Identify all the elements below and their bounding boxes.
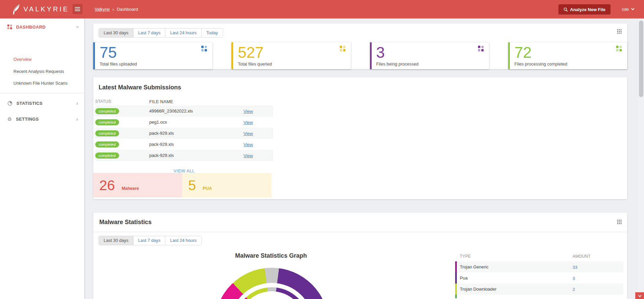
sidebar-toggle-button[interactable] <box>72 4 83 14</box>
status-badge: completed <box>95 153 119 159</box>
pua-label: PUA <box>203 186 212 191</box>
sidebar-item-recent-analysis-requests[interactable]: Recent Analysis Requests <box>0 67 84 76</box>
sidebar-section-label: SETTINGS <box>16 117 76 122</box>
table-row: Pua 3 <box>455 272 623 284</box>
sidebar-section-label: DASHBOARD <box>16 25 76 30</box>
malware-type: Pua <box>455 275 468 281</box>
stat-card-files-being-processed[interactable]: 3 Files being processed <box>370 42 489 69</box>
view-all-link[interactable]: VIEW ALL <box>95 168 273 173</box>
table-row: completed pack-929.xls View <box>95 139 273 150</box>
files-icon <box>478 46 484 51</box>
page-scrollbar[interactable] <box>638 18 644 299</box>
files-icon <box>340 46 345 51</box>
amount-link[interactable]: 3 <box>573 276 575 281</box>
widget-handle-icon[interactable] <box>617 219 622 224</box>
status-badge: completed <box>95 130 119 136</box>
user-menu[interactable]: cde <box>622 0 634 18</box>
user-menu-label: cde <box>622 7 629 12</box>
dashboard-grid-icon <box>7 25 12 29</box>
search-icon <box>564 7 568 12</box>
stat-label: Files processing completed <box>515 61 627 67</box>
breadcrumb-separator: › <box>112 7 114 12</box>
sidebar-item-unknown-file-hunter-scans[interactable]: Unknown File Hunter Scans <box>0 79 84 88</box>
malware-donut-chart <box>215 268 329 299</box>
graph-title: Malware Statistics Graph <box>204 252 338 259</box>
analyze-new-file-button[interactable]: Analyze New File <box>558 4 610 14</box>
type-color-bar <box>455 261 457 272</box>
breadcrumb-current: Dashboard <box>117 7 138 12</box>
table-row: completed pack-929.xls View <box>95 128 273 139</box>
sidebar-section-settings[interactable]: ⚙ SETTINGS › <box>0 113 84 125</box>
brand-name: VALKYRIE <box>23 5 69 13</box>
malware-type: Trojan Generic <box>455 264 489 269</box>
stat-label: Total files uploaded <box>100 61 212 67</box>
sidebar: DASHBOARD › Overview Recent Analysis Req… <box>0 18 84 299</box>
tab-last-30-days[interactable]: Last 30 days <box>99 29 133 37</box>
stat-value: 527 <box>238 44 351 60</box>
amount-link[interactable]: 2 <box>573 287 575 292</box>
breadcrumb-root[interactable]: Valkyrie <box>95 7 110 12</box>
submissions-table-header: STATUS FILE NAME <box>95 97 273 105</box>
stat-card-total-files-queried[interactable]: 527 Total files queried <box>231 42 351 69</box>
column-type: TYPE <box>455 254 573 259</box>
sidebar-section-statistics[interactable]: STATISTICS › <box>0 97 84 109</box>
stat-card-files-processing-completed[interactable]: 72 Files processing completed <box>508 42 627 69</box>
chevron-right-icon: › <box>76 116 78 122</box>
stat-label: Total files queried <box>238 61 351 67</box>
files-icon <box>616 46 622 51</box>
stat-value: 75 <box>100 44 212 60</box>
malware-stats-time-filter: Last 30 days Last 7 days Last 24 hours <box>99 236 202 245</box>
malware-count: 26 <box>99 178 115 193</box>
stat-label: Files being processed <box>376 61 489 67</box>
valkyrie-logo[interactable]: VALKYRIE <box>12 0 69 18</box>
column-amount: AMOUNT <box>573 254 623 259</box>
tab-today[interactable]: Today <box>201 29 223 37</box>
column-status: STATUS <box>95 99 149 104</box>
submissions-summary: 26 Malware 5 PUA <box>93 173 271 198</box>
sidebar-section-label: STATISTICS <box>16 101 76 106</box>
sidebar-section-dashboard[interactable]: DASHBOARD › <box>0 21 84 33</box>
file-name: pack-929.xls <box>149 153 244 158</box>
scrollbar-thumb[interactable] <box>639 20 643 97</box>
sidebar-item-overview[interactable]: Overview <box>0 55 84 64</box>
table-row: completed 49966R_23062022.xls View <box>95 105 273 117</box>
stat-value: 3 <box>376 44 489 60</box>
chevron-right-icon: › <box>76 100 78 106</box>
feather-logo-icon <box>12 4 20 15</box>
status-badge: completed <box>95 141 119 147</box>
tab-last-7-days[interactable]: Last 7 days <box>133 29 165 37</box>
type-color-bar <box>455 272 457 284</box>
pua-count-box: 5 PUA <box>182 173 271 198</box>
tab-last-24-hours[interactable]: Last 24 hours <box>165 236 201 245</box>
malware-type-table: TYPE AMOUNT Trojan Generic 33 Pua 3 Troj… <box>455 251 623 298</box>
stat-value: 72 <box>515 44 627 60</box>
topbar: VALKYRIE Valkyrie › Dashboard Analyze Ne… <box>0 0 644 18</box>
tab-last-30-days[interactable]: Last 30 days <box>99 236 133 245</box>
breadcrumb: Valkyrie › Dashboard <box>95 0 138 18</box>
chevron-down-icon <box>638 294 641 297</box>
submissions-widget: Latest Malware Submissions STATUS FILE N… <box>93 77 627 199</box>
file-name: 49966R_23062022.xls <box>149 109 244 114</box>
submissions-title: Latest Malware Submissions <box>99 84 181 91</box>
tab-last-24-hours[interactable]: Last 24 hours <box>165 29 201 37</box>
view-link[interactable]: View <box>244 153 253 158</box>
file-name: pack-929.xls <box>149 131 244 136</box>
malware-type-table-header: TYPE AMOUNT <box>455 251 623 261</box>
view-link[interactable]: View <box>244 131 253 136</box>
malware-statistics-widget: Malware Statistics Last 30 days Last 7 d… <box>93 213 627 299</box>
file-name: pack-929.xls <box>149 142 244 147</box>
sidebar-divider <box>0 93 84 93</box>
stat-cards: 75 Total files uploaded 527 Total files … <box>93 42 627 69</box>
chevron-down-icon <box>631 7 635 10</box>
gear-icon: ⚙ <box>7 117 12 122</box>
widget-handle-icon[interactable] <box>617 29 622 34</box>
status-badge: completed <box>95 119 119 125</box>
stat-card-total-files-uploaded[interactable]: 75 Total files uploaded <box>93 42 212 69</box>
view-link[interactable]: View <box>244 120 253 125</box>
tab-last-7-days[interactable]: Last 7 days <box>133 236 165 245</box>
amount-link[interactable]: 33 <box>573 265 577 270</box>
file-name: peg1.ocx <box>149 120 244 125</box>
scrollbar-bottom-button[interactable] <box>635 292 644 299</box>
view-link[interactable]: View <box>244 109 253 114</box>
view-link[interactable]: View <box>244 142 253 147</box>
